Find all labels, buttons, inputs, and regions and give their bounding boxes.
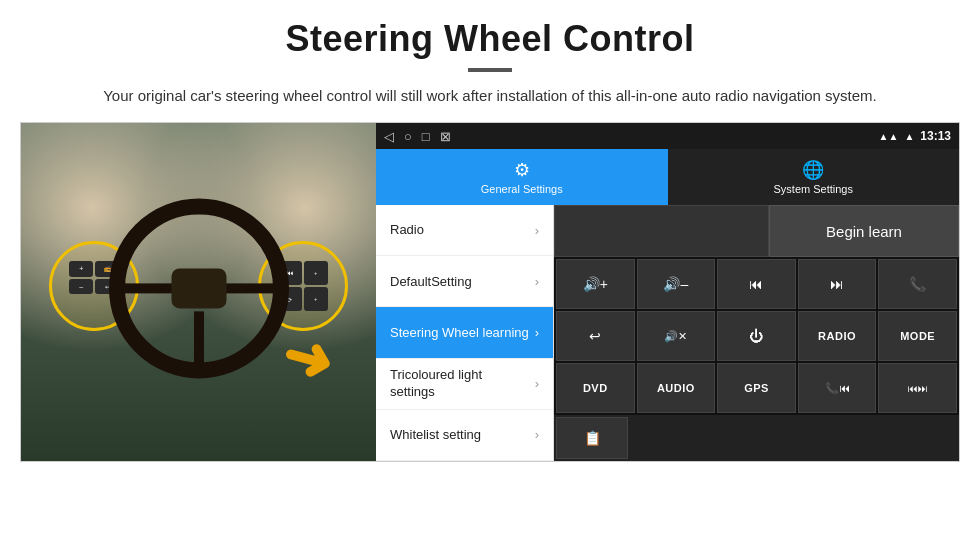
prev-track-button[interactable]: ⏮ (717, 259, 796, 309)
page-title: Steering Wheel Control (60, 18, 920, 60)
phone-prev-button[interactable]: 📞⏮ (798, 363, 877, 413)
back-button[interactable]: ↩ (556, 311, 635, 361)
statusbar-right: ▲▲ ▲ 13:13 (879, 129, 951, 143)
system-settings-icon: 🌐 (802, 159, 824, 181)
control-panel: Begin learn 🔊+ 🔊– ⏮ ⏭ (554, 205, 959, 461)
screenshot-container: + 📻 – ↩ ⏮ + ⟳ + ➜ ◁ ○ □ ⊠ (20, 122, 960, 462)
vol-down-button[interactable]: 🔊– (637, 259, 716, 309)
mute-icon: 🔊✕ (664, 330, 687, 343)
audio-button[interactable]: AUDIO (637, 363, 716, 413)
nav-extra-btn[interactable]: ⊠ (440, 129, 451, 144)
begin-learn-button[interactable]: Begin learn (769, 205, 959, 257)
vol-up-icon: 🔊+ (583, 276, 608, 292)
tab-system-label: System Settings (774, 183, 853, 195)
prev-track-icon: ⏮ (749, 276, 763, 292)
dvd-label: DVD (583, 382, 608, 394)
skip-combo-button[interactable]: ⏮⏭ (878, 363, 957, 413)
phone-button[interactable]: 📞 (878, 259, 957, 309)
menu-item-steering-wheel[interactable]: Steering Wheel learning › (376, 307, 553, 358)
general-settings-icon: ⚙ (514, 159, 530, 181)
next-track-icon: ⏭ (830, 276, 844, 292)
list-icon: 📋 (584, 430, 601, 446)
page-header: Steering Wheel Control Your original car… (0, 0, 980, 122)
menu-item-tricoloured-label: Tricoloured lightsettings (390, 367, 482, 401)
menu-steering-chevron: › (535, 325, 539, 340)
menu-whitelist-chevron: › (535, 427, 539, 442)
gps-label: GPS (744, 382, 769, 394)
vol-up-button[interactable]: 🔊+ (556, 259, 635, 309)
back-icon: ↩ (589, 328, 601, 344)
mode-button[interactable]: MODE (878, 311, 957, 361)
next-track-button[interactable]: ⏭ (798, 259, 877, 309)
menu-tricoloured-chevron: › (535, 376, 539, 391)
menu-item-whitelist-label: Whitelist setting (390, 427, 481, 443)
nav-home-btn[interactable]: ○ (404, 129, 412, 144)
gps-button[interactable]: GPS (717, 363, 796, 413)
tab-system-settings[interactable]: 🌐 System Settings (668, 149, 960, 205)
radio-mode-button[interactable]: RADIO (798, 311, 877, 361)
begin-learn-label: Begin learn (826, 223, 902, 240)
statusbar-nav: ◁ ○ □ ⊠ (384, 129, 451, 144)
learn-empty-area (554, 205, 769, 257)
tab-general-label: General Settings (481, 183, 563, 195)
nav-back-btn[interactable]: ◁ (384, 129, 394, 144)
menu-item-tricoloured[interactable]: Tricoloured lightsettings › (376, 359, 553, 410)
clock: 13:13 (920, 129, 951, 143)
button-grid: 🔊+ 🔊– ⏮ ⏭ 📞 ↩ (554, 257, 959, 415)
page-subtitle: Your original car's steering wheel contr… (60, 84, 920, 108)
steering-wheel-panel: + 📻 – ↩ ⏮ + ⟳ + ➜ (21, 123, 376, 461)
menu-item-radio[interactable]: Radio › (376, 205, 553, 256)
phone-icon: 📞 (909, 276, 926, 292)
power-button[interactable]: ⏻ (717, 311, 796, 361)
tab-general-settings[interactable]: ⚙ General Settings (376, 149, 668, 205)
menu-item-radio-label: Radio (390, 222, 424, 238)
android-statusbar: ◁ ○ □ ⊠ ▲▲ ▲ 13:13 (376, 123, 959, 149)
mute-button[interactable]: 🔊✕ (637, 311, 716, 361)
title-divider (468, 68, 512, 72)
mode-label: MODE (900, 330, 935, 342)
signal-icon: ▲ (904, 131, 914, 142)
begin-learn-row: Begin learn (554, 205, 959, 257)
menu-item-default-label: DefaultSetting (390, 274, 472, 290)
vol-down-icon: 🔊– (663, 276, 688, 292)
nav-recent-btn[interactable]: □ (422, 129, 430, 144)
android-tabs: ⚙ General Settings 🌐 System Settings (376, 149, 959, 205)
settings-menu: Radio › DefaultSetting › Steering Wheel … (376, 205, 554, 461)
menu-item-whitelist[interactable]: Whitelist setting › (376, 410, 553, 461)
bottom-row: 📋 (554, 415, 959, 461)
dvd-button[interactable]: DVD (556, 363, 635, 413)
audio-label: AUDIO (657, 382, 695, 394)
phone-prev-icon: 📞⏮ (825, 382, 850, 395)
menu-default-chevron: › (535, 274, 539, 289)
menu-item-steering-label: Steering Wheel learning (390, 325, 529, 341)
radio-label: RADIO (818, 330, 856, 342)
power-icon: ⏻ (749, 328, 763, 344)
list-button[interactable]: 📋 (556, 417, 628, 459)
wifi-icon: ▲▲ (879, 131, 899, 142)
android-content: Radio › DefaultSetting › Steering Wheel … (376, 205, 959, 461)
skip-combo-icon: ⏮⏭ (908, 383, 928, 394)
android-panel: ◁ ○ □ ⊠ ▲▲ ▲ 13:13 ⚙ General Settings 🌐 … (376, 123, 959, 461)
menu-item-default-setting[interactable]: DefaultSetting › (376, 256, 553, 307)
menu-radio-chevron: › (535, 223, 539, 238)
